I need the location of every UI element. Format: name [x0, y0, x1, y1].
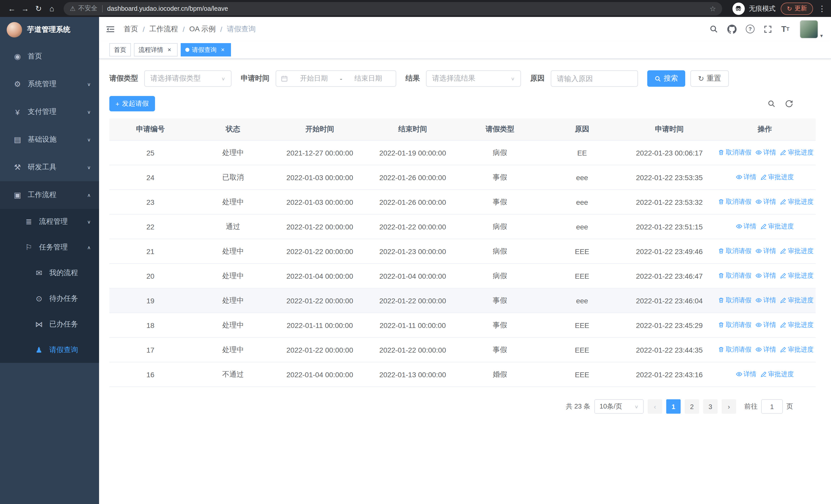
- browser-home-icon[interactable]: ⌂: [45, 2, 58, 15]
- cell-status: 处理中: [192, 313, 275, 337]
- app-logo-row[interactable]: 芋道管理系统: [0, 17, 99, 42]
- create-leave-button[interactable]: + 发起请假: [109, 96, 155, 111]
- page-button-3[interactable]: 3: [703, 399, 718, 414]
- sidebar-item-my-process[interactable]: ✉我的流程: [0, 260, 99, 286]
- refresh-icon[interactable]: [785, 99, 793, 108]
- action-progress-link[interactable]: 审批进度: [780, 321, 813, 329]
- browser-forward-icon[interactable]: →: [19, 2, 32, 15]
- action-detail-link[interactable]: 详情: [755, 321, 776, 329]
- action-detail-link[interactable]: 详情: [755, 148, 776, 157]
- sidebar-item-label: 研发工具: [28, 163, 56, 172]
- breadcrumb-item[interactable]: 工作流程: [149, 24, 178, 34]
- chevron-down-icon: ∨: [511, 76, 515, 81]
- fullscreen-icon[interactable]: [764, 25, 772, 33]
- search-icon[interactable]: [709, 25, 718, 33]
- action-progress-link[interactable]: 审批进度: [780, 271, 813, 280]
- search-button[interactable]: 搜索: [647, 70, 685, 87]
- sidebar-item-process-mgmt[interactable]: ≣流程管理∨: [0, 209, 99, 235]
- cell-id: 17: [109, 337, 192, 362]
- edit-icon: [780, 273, 786, 279]
- bookmark-star-icon[interactable]: ☆: [710, 4, 716, 12]
- action-progress-link[interactable]: 审批进度: [780, 346, 813, 354]
- start-date-placeholder[interactable]: 开始日期: [291, 74, 337, 83]
- action-label: 详情: [744, 173, 756, 182]
- sidebar-item-home[interactable]: ◉首页: [0, 42, 99, 70]
- sidebar-item-label: 任务管理: [39, 243, 68, 252]
- security-warning[interactable]: ⚠ 不安全: [70, 4, 97, 13]
- font-size-icon[interactable]: TT: [781, 25, 790, 33]
- leave-type-select[interactable]: 请选择请假类型 ∨: [144, 70, 231, 87]
- chevron-up-icon: ∧: [87, 192, 91, 198]
- sidebar-item-infrastructure[interactable]: ▤基础设施∨: [0, 126, 99, 153]
- url-bar[interactable]: ⚠ 不安全 dashboard.yudao.iocoder.cn/bpm/oa/…: [64, 2, 722, 15]
- cell-actions: 取消请假详情审批进度: [714, 288, 815, 313]
- action-progress-link[interactable]: 审批进度: [761, 222, 794, 231]
- result-select[interactable]: 请选择流结果 ∨: [426, 70, 521, 87]
- sidebar-item-leave-query[interactable]: ♟请假查询: [0, 337, 99, 363]
- update-button[interactable]: ↻ 更新: [781, 2, 813, 14]
- goto-page-input[interactable]: [761, 399, 783, 414]
- action-progress-link[interactable]: 审批进度: [780, 198, 813, 206]
- action-progress-link[interactable]: 审批进度: [761, 370, 794, 379]
- action-progress-link[interactable]: 审批进度: [780, 148, 813, 157]
- tab-close-icon[interactable]: ×: [219, 46, 226, 53]
- cell-actions: 取消请假详情审批进度: [714, 140, 815, 165]
- eye-icon: [736, 371, 742, 378]
- tab-process-detail[interactable]: 流程详情×: [134, 43, 178, 56]
- tab-leave-query[interactable]: 请假查询×: [181, 43, 231, 56]
- action-progress-link[interactable]: 审批进度: [761, 173, 794, 182]
- action-detail-link[interactable]: 详情: [736, 370, 756, 379]
- action-cancel-link[interactable]: 取消请假: [718, 321, 751, 329]
- prev-page-button[interactable]: ‹: [648, 399, 662, 414]
- browser-reload-icon[interactable]: ↻: [32, 2, 45, 15]
- reason-input[interactable]: [551, 70, 638, 87]
- action-cancel-link[interactable]: 取消请假: [718, 148, 751, 157]
- browser-menu-icon[interactable]: ⋮: [818, 4, 826, 13]
- tab-close-icon[interactable]: ×: [166, 46, 173, 53]
- cell-start_time: 2022-01-22 00:00:00: [275, 239, 365, 264]
- sidebar-item-dev-tools[interactable]: ⚒研发工具∨: [0, 153, 99, 181]
- breadcrumb-item[interactable]: OA 示例: [190, 24, 216, 34]
- action-progress-link[interactable]: 审批进度: [780, 247, 813, 256]
- sidebar-item-task-mgmt[interactable]: ⚐任务管理∧: [0, 235, 99, 260]
- sidebar-item-done-tasks[interactable]: ⋈已办任务: [0, 312, 99, 337]
- action-progress-link[interactable]: 审批进度: [780, 296, 813, 305]
- goto-unit-label: 页: [786, 402, 793, 411]
- page-button-1[interactable]: 1: [666, 399, 681, 414]
- sidebar-item-workflow[interactable]: ▣工作流程∧: [0, 181, 99, 209]
- action-detail-link[interactable]: 详情: [755, 296, 776, 305]
- action-cancel-link[interactable]: 取消请假: [718, 296, 751, 305]
- reset-button[interactable]: ↻ 重置: [690, 70, 728, 87]
- action-detail-link[interactable]: 详情: [755, 346, 776, 354]
- url-text[interactable]: dashboard.yudao.iocoder.cn/bpm/oa/leave: [107, 5, 709, 12]
- action-detail-link[interactable]: 详情: [755, 198, 776, 206]
- cell-actions: 取消请假详情审批进度: [714, 239, 815, 264]
- action-detail-link[interactable]: 详情: [736, 222, 756, 231]
- tab-home[interactable]: 首页: [109, 43, 131, 56]
- toggle-search-icon[interactable]: [767, 99, 776, 108]
- github-icon[interactable]: [727, 24, 737, 34]
- sidebar-item-system[interactable]: ⚙系统管理∨: [0, 70, 99, 98]
- sidebar-item-todo-tasks[interactable]: ⊙待办任务: [0, 286, 99, 312]
- page-size-select[interactable]: 10条/页 ∨: [594, 399, 643, 414]
- user-avatar[interactable]: ▾: [800, 20, 823, 38]
- action-label: 详情: [763, 321, 776, 329]
- cell-leave_type: 事假: [460, 190, 540, 214]
- action-cancel-link[interactable]: 取消请假: [718, 247, 751, 256]
- action-detail-link[interactable]: 详情: [755, 247, 776, 256]
- sidebar-collapse-icon[interactable]: [99, 17, 122, 41]
- task-icon: ⚐: [23, 243, 35, 252]
- page-button-2[interactable]: 2: [685, 399, 699, 414]
- action-detail-link[interactable]: 详情: [755, 271, 776, 280]
- action-cancel-link[interactable]: 取消请假: [718, 198, 751, 206]
- action-cancel-link[interactable]: 取消请假: [718, 346, 751, 354]
- browser-back-icon[interactable]: ←: [5, 2, 19, 15]
- breadcrumb-item[interactable]: 首页: [124, 24, 138, 34]
- action-detail-link[interactable]: 详情: [736, 173, 756, 182]
- next-page-button[interactable]: ›: [722, 399, 736, 414]
- apply-time-range-picker[interactable]: 开始日期 - 结束日期: [276, 70, 396, 87]
- end-date-placeholder[interactable]: 结束日期: [345, 74, 391, 83]
- action-cancel-link[interactable]: 取消请假: [718, 271, 751, 280]
- sidebar-item-payment[interactable]: ¥支付管理∨: [0, 98, 99, 126]
- help-icon[interactable]: ?: [746, 25, 754, 33]
